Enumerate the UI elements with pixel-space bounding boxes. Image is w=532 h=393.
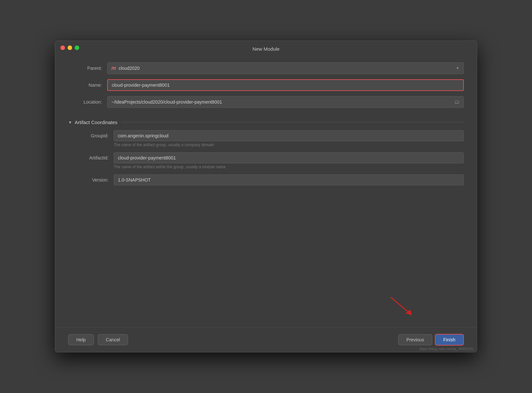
groupid-input[interactable] <box>114 130 464 141</box>
name-input[interactable] <box>107 79 464 91</box>
section-divider <box>121 122 464 122</box>
cancel-button[interactable]: Cancel <box>98 334 128 345</box>
location-value: ~/IdeaProjects/cloud2020/cloud-provider-… <box>111 99 454 105</box>
version-row: Version: <box>68 174 464 185</box>
traffic-lights <box>60 45 79 50</box>
previous-button[interactable]: Previous <box>398 334 432 345</box>
help-button[interactable]: Help <box>68 334 94 345</box>
watermark: https://blog.csdn.net/qq_36903261 <box>419 347 474 351</box>
location-row: Location: ~/IdeaProjects/cloud2020/cloud… <box>68 96 464 108</box>
name-row: Name: <box>68 79 464 91</box>
close-button[interactable] <box>60 45 65 50</box>
dialog-footer: Help Cancel Previous Finish <box>55 327 477 352</box>
collapse-triangle-icon[interactable]: ▼ <box>68 120 72 125</box>
maximize-button[interactable] <box>75 45 79 50</box>
folder-icon[interactable]: 🗂 <box>454 99 460 105</box>
artifact-coordinates-section-header: ▼ Artifact Coordinates <box>68 120 464 125</box>
footer-right-buttons: Previous Finish <box>398 334 464 346</box>
artifact-coordinates-title: Artifact Coordinates <box>75 120 118 125</box>
artifact-section: GroupId: The name of the artifact group,… <box>68 130 464 187</box>
window-title: New Module <box>252 46 279 52</box>
footer-left-buttons: Help Cancel <box>68 334 128 345</box>
parent-label: Parent: <box>68 66 107 71</box>
maven-icon: m <box>111 65 116 71</box>
artifactid-hint: The name of the artifact within the grou… <box>114 165 464 169</box>
version-label: Version: <box>68 174 114 183</box>
parent-value: cloud2020 <box>119 66 456 71</box>
finish-button[interactable]: Finish <box>435 334 464 346</box>
groupid-hint: The name of the artifact group, usually … <box>114 143 464 147</box>
groupid-row: GroupId: The name of the artifact group,… <box>68 130 464 151</box>
new-module-dialog: New Module Parent: m cloud2020 ▼ Name: L… <box>55 41 477 352</box>
dialog-content: Parent: m cloud2020 ▼ Name: Location: ~/… <box>55 55 477 327</box>
groupid-label: GroupId: <box>68 130 114 138</box>
artifactid-input[interactable] <box>114 152 464 163</box>
groupid-input-group: The name of the artifact group, usually … <box>114 130 464 151</box>
minimize-button[interactable] <box>68 45 72 50</box>
title-bar: New Module <box>55 41 477 55</box>
name-label: Name: <box>68 82 107 88</box>
version-input-group <box>114 174 464 185</box>
artifactid-row: ArtifactId: The name of the artifact wit… <box>68 152 464 173</box>
version-input[interactable] <box>114 174 464 185</box>
location-wrapper: ~/IdeaProjects/cloud2020/cloud-provider-… <box>107 96 464 108</box>
location-label: Location: <box>68 99 107 105</box>
artifactid-label: ArtifactId: <box>68 152 114 160</box>
parent-dropdown[interactable]: m cloud2020 ▼ <box>107 62 464 74</box>
dropdown-arrow-icon: ▼ <box>456 66 460 70</box>
parent-row: Parent: m cloud2020 ▼ <box>68 62 464 74</box>
artifactid-input-group: The name of the artifact within the grou… <box>114 152 464 173</box>
